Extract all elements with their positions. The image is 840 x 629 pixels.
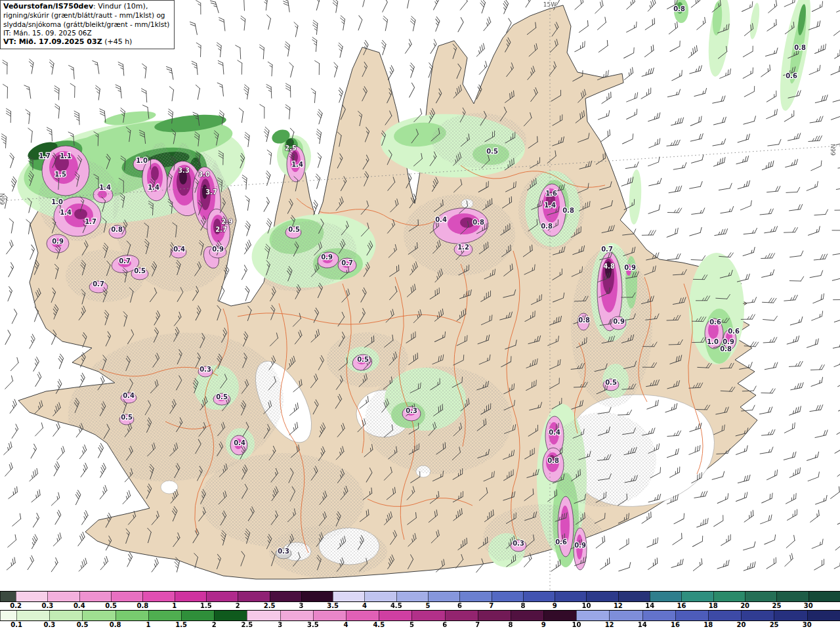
- precip-value-label: 3.3: [178, 167, 190, 174]
- legend-tick-label: 1.5: [175, 621, 187, 629]
- snow-scale-bar: [0, 610, 840, 621]
- legend-segment: [586, 592, 618, 601]
- precip-value-label: 0.8: [111, 226, 123, 233]
- precip-value-label: 0.8: [472, 219, 484, 226]
- weather-map: 0.80.80.61.71.11.51.41.01.43.33.03.71.01…: [0, 0, 840, 591]
- legend-segment: [79, 592, 111, 601]
- init-time: IT: Mán. 15. 09. 2025 06Z: [3, 29, 169, 37]
- precip-value-label: 0.8: [794, 44, 806, 51]
- precip-value-label: 1.4: [291, 161, 303, 168]
- legend-segment: [650, 592, 681, 601]
- legend-segment: [0, 611, 16, 620]
- legend-tick-label: 18: [704, 621, 713, 629]
- precip-value-label: 0.5: [605, 379, 617, 386]
- legend-tick-label: 1: [146, 621, 150, 629]
- legend-segment: [511, 611, 543, 620]
- lake: [161, 481, 178, 494]
- precip-value-label: 0.6: [786, 72, 797, 79]
- color-scale-legend: 0.20.30.40.50.811.522.533.544.5567891012…: [0, 591, 840, 629]
- legend-tick-label: 2.5: [264, 602, 276, 610]
- legend-tick-label: 7: [475, 621, 480, 629]
- legend-segment: [776, 592, 808, 601]
- precip-value-label: 0.3: [278, 548, 289, 555]
- legend-tick-label: 0.8: [110, 621, 121, 629]
- snow-scale-tick-labels: 0.10.30.50.811.522.533.544.5567891012141…: [0, 621, 840, 629]
- precip-value-label: 0.4: [123, 392, 135, 399]
- legend-tick-label: 25: [772, 602, 781, 610]
- legend-segment: [280, 611, 313, 620]
- precip-value-label: 0.8: [578, 316, 590, 324]
- precip-value-label: 4.8: [603, 263, 615, 270]
- legend-segment: [543, 611, 576, 620]
- legend-tick-label: 14: [638, 621, 647, 629]
- rain-scale-tick-labels: 0.20.30.40.50.811.522.533.544.5567891012…: [0, 602, 840, 610]
- precip-value-label: 2.5: [285, 144, 297, 152]
- info-box: Veðurstofan/IS750dev: Vindur (10m), rign…: [0, 0, 175, 49]
- legend-tick-label: 10: [572, 621, 581, 629]
- graticule-label: 66N: [830, 144, 837, 156]
- legend-segment: [270, 592, 301, 601]
- precip-value-label: 2.7: [215, 226, 227, 233]
- legend-segment: [333, 592, 364, 601]
- legend-segment: [379, 611, 411, 620]
- legend-tick-label: 3: [278, 621, 282, 629]
- legend-tick-label: 0.4: [74, 602, 85, 610]
- precip-value-label: 0.5: [121, 414, 133, 421]
- precip-value-label: 0.4: [173, 246, 185, 253]
- precip-value-label: 0.6: [555, 538, 567, 546]
- precip-value-label: 0.9: [321, 253, 333, 261]
- precip-value-label: 3.0: [198, 171, 210, 178]
- legend-segment: [175, 592, 206, 601]
- precip-value-label: 1.1: [60, 152, 72, 160]
- legend-segment: [301, 592, 333, 601]
- legend-segment: [16, 592, 47, 601]
- legend-tick-label: 20: [740, 602, 749, 610]
- precip-value-label: 0.7: [341, 259, 353, 267]
- legend-tick-label: 12: [614, 602, 623, 610]
- legend-segment: [576, 611, 609, 620]
- product-name: Veðurstofan/IS750dev: [3, 2, 93, 11]
- legend-segment: [478, 611, 511, 620]
- precip-value-label: 0.8: [673, 5, 685, 12]
- legend-segment: [445, 611, 478, 620]
- legend-segment: [142, 592, 174, 601]
- precip-value-label: 1.4: [148, 184, 159, 191]
- precip-value-label: 1.4: [544, 202, 556, 209]
- legend-tick-label: 0.1: [10, 621, 22, 629]
- precip-value-label: 0.3: [200, 366, 211, 373]
- precip-value-label: 0.9: [212, 246, 224, 253]
- legend-tick-label: 18: [709, 602, 718, 610]
- legend-segment: [247, 611, 280, 620]
- legend-segment: [181, 611, 214, 620]
- legend-tick-label: 2: [212, 621, 217, 629]
- legend-tick-label: 3.5: [327, 602, 339, 610]
- precip-value-label: 0.6: [709, 318, 721, 326]
- legend-tick-label: 1: [172, 602, 177, 610]
- legend-segment: [411, 611, 444, 620]
- legend-tick-label: 14: [645, 602, 654, 610]
- precip-value-label: 0.9: [723, 338, 734, 345]
- legend-tick-label: 9: [541, 621, 546, 629]
- legend-tick-label: 8: [520, 602, 525, 610]
- precip-value-label: 0.9: [613, 318, 625, 325]
- legend-segment: [708, 611, 741, 620]
- legend-segment: [713, 592, 745, 601]
- legend-segment: [741, 611, 774, 620]
- legend-tick-label: 4.5: [373, 621, 385, 629]
- legend-segment: [681, 592, 713, 601]
- legend-segment: [0, 592, 16, 601]
- legend-segment: [675, 611, 708, 620]
- legend-tick-label: 0.8: [136, 602, 148, 610]
- map-area: Veðurstofan/IS750dev: Vindur (10m), rign…: [0, 0, 840, 591]
- legend-tick-label: 1.5: [200, 602, 212, 610]
- legend-tick-label: 7: [489, 602, 494, 610]
- legend-tick-label: 2: [236, 602, 240, 610]
- legend-tick-label: 12: [605, 621, 614, 629]
- precip-value-label: 1.0: [136, 157, 148, 164]
- precip-value-label: 0.8: [547, 457, 559, 464]
- precip-value-label: 0.7: [93, 280, 104, 288]
- legend-segment: [523, 592, 555, 601]
- precip-value-label: 1.2: [457, 244, 469, 251]
- precip-value-label: 0.8: [720, 345, 732, 353]
- precip-value-label: 0.9: [574, 542, 586, 549]
